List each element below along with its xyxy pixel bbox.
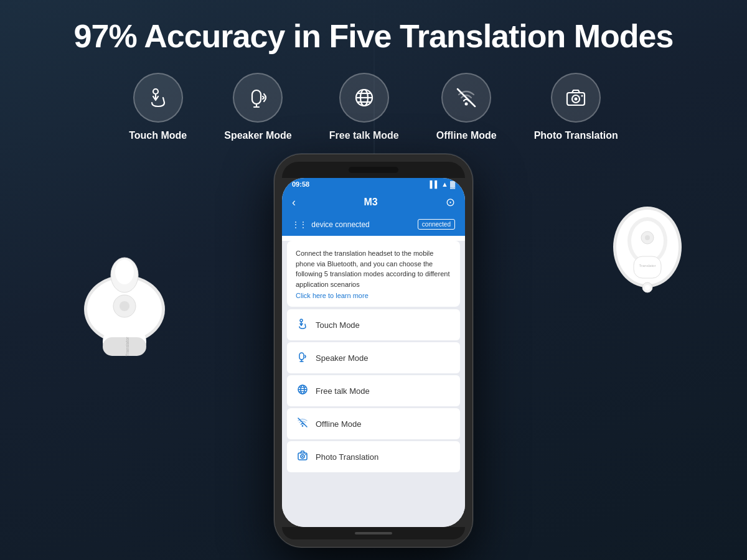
phone-mode-speaker[interactable]: Speaker Mode xyxy=(287,342,460,373)
status-time: 09:58 xyxy=(292,180,309,188)
speaker-mode-icon xyxy=(233,73,283,123)
svg-point-37 xyxy=(302,455,303,457)
mode-item-photo: Photo Translation xyxy=(534,73,618,141)
earbud-right: Translator xyxy=(598,191,697,315)
mode-item-offline: Offline Mode xyxy=(436,73,497,141)
svg-point-9 xyxy=(465,103,468,106)
freetalk-mode-icon xyxy=(339,73,389,123)
phone-mode-photo[interactable]: Photo Translation xyxy=(287,441,460,472)
svg-point-20 xyxy=(120,301,129,311)
phone-freetalk-label: Free talk Mode xyxy=(316,386,370,396)
svg-rect-18 xyxy=(103,337,146,356)
phone-touch-label: Touch Mode xyxy=(316,320,360,330)
touch-mode-label: Touch Mode xyxy=(129,130,187,141)
phone-mode-touch[interactable]: Touch Mode xyxy=(287,309,460,340)
device-status-text: ⋮⋮ device connected xyxy=(292,220,370,229)
phone-offline-label: Offline Mode xyxy=(316,419,361,429)
svg-point-44 xyxy=(645,235,650,240)
main-container: 97% Accuracy in Five Translation Modes T… xyxy=(0,0,747,560)
earbud-left: Translator xyxy=(62,228,187,353)
app-header: ‹ M3 ⊙ xyxy=(282,190,465,214)
profile-icon[interactable]: ⊙ xyxy=(446,195,455,209)
middle-section: Translator 09:58 ▌▌ ▲ ▓ ‹ xyxy=(0,154,747,502)
photo-translation-label: Photo Translation xyxy=(534,130,618,141)
phone-offline-icon xyxy=(297,417,308,431)
photo-translation-icon xyxy=(551,73,601,123)
modes-row: Touch Mode Speaker Mode xyxy=(0,73,747,141)
device-bar: ⋮⋮ device connected connected xyxy=(282,214,465,236)
svg-text:Translator: Translator xyxy=(125,337,129,357)
phone-mode-freetalk[interactable]: Free talk Mode xyxy=(287,375,460,406)
offline-mode-icon xyxy=(441,73,491,123)
mode-item-touch: Touch Mode xyxy=(129,73,187,141)
app-title: M3 xyxy=(364,197,377,208)
back-icon[interactable]: ‹ xyxy=(292,196,296,209)
svg-point-13 xyxy=(575,98,578,101)
phone-photo-icon xyxy=(297,450,308,464)
app-content: Connect the translation headset to the m… xyxy=(282,241,465,527)
svg-point-0 xyxy=(153,89,158,94)
page-headline: 97% Accuracy in Five Translation Modes xyxy=(0,0,747,60)
phone-speaker-icon xyxy=(297,351,308,365)
phone-mode-offline[interactable]: Offline Mode xyxy=(287,408,460,439)
phone-mode-list: Touch Mode xyxy=(282,309,465,472)
offline-mode-label: Offline Mode xyxy=(436,130,497,141)
phone-screen: 09:58 ▌▌ ▲ ▓ ‹ M3 ⊙ ⋮⋮ device connected xyxy=(282,178,465,527)
phone-touch-icon xyxy=(297,318,308,332)
speaker-mode-label: Speaker Mode xyxy=(224,130,291,141)
svg-point-22 xyxy=(115,259,134,284)
svg-point-47 xyxy=(645,285,650,290)
info-link[interactable]: Click here to learn more xyxy=(296,292,451,299)
phone-wrapper: 09:58 ▌▌ ▲ ▓ ‹ M3 ⊙ ⋮⋮ device connected xyxy=(274,154,473,548)
mode-item-freetalk: Free talk Mode xyxy=(329,73,399,141)
svg-point-38 xyxy=(305,454,306,455)
freetalk-mode-label: Free talk Mode xyxy=(329,130,399,141)
connected-badge: connected xyxy=(418,219,455,230)
status-icons: ▌▌ ▲ ▓ xyxy=(430,180,455,188)
svg-rect-1 xyxy=(252,90,261,104)
touch-mode-icon xyxy=(133,73,183,123)
phone-outer: 09:58 ▌▌ ▲ ▓ ‹ M3 ⊙ ⋮⋮ device connected xyxy=(274,154,473,548)
svg-rect-25 xyxy=(299,353,304,360)
info-text: Connect the translation headset to the m… xyxy=(296,248,451,289)
status-bar: 09:58 ▌▌ ▲ ▓ xyxy=(282,178,465,190)
svg-point-33 xyxy=(302,425,304,427)
phone-freetalk-icon xyxy=(297,384,308,398)
phone-speaker-label: Speaker Mode xyxy=(316,353,369,363)
phone-photo-label: Photo Translation xyxy=(316,452,378,462)
mode-item-speaker: Speaker Mode xyxy=(224,73,291,141)
svg-point-14 xyxy=(581,95,583,97)
info-box: Connect the translation headset to the m… xyxy=(287,241,460,307)
svg-text:Translator: Translator xyxy=(639,264,656,268)
